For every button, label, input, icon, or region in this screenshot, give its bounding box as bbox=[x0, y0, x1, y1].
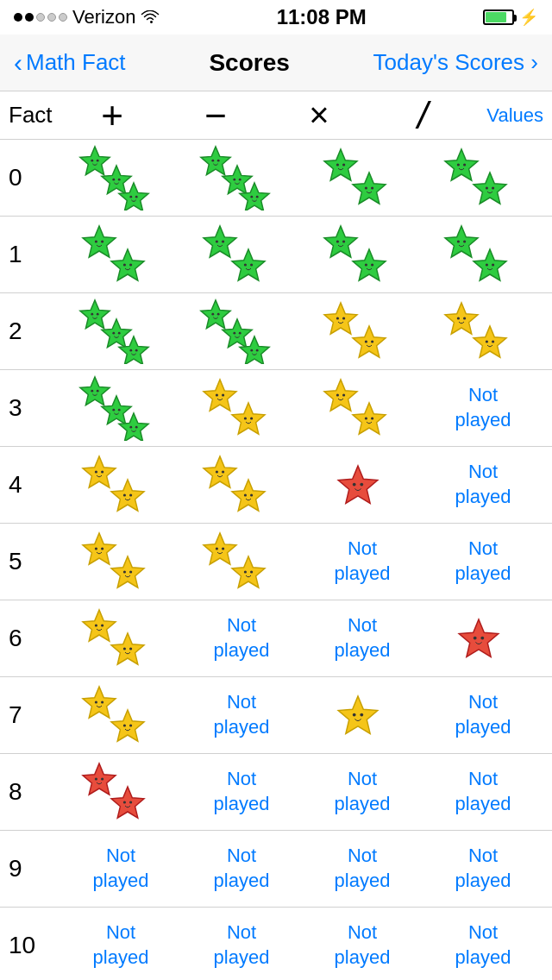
svg-point-38 bbox=[222, 240, 224, 242]
cell-divide[interactable] bbox=[423, 145, 543, 210]
svg-marker-132 bbox=[83, 610, 116, 641]
cell-divide[interactable]: Not played bbox=[423, 452, 543, 518]
cell-minus[interactable] bbox=[181, 298, 302, 364]
cell-divide[interactable] bbox=[423, 298, 543, 364]
svg-marker-51 bbox=[474, 249, 506, 280]
svg-point-68 bbox=[239, 332, 242, 335]
table-row[interactable]: 1 bbox=[0, 217, 552, 293]
table-row[interactable]: 10Not playedNot playedNot playedNot play… bbox=[0, 908, 552, 980]
cell-plus[interactable] bbox=[60, 222, 181, 287]
svg-point-139 bbox=[474, 637, 477, 640]
cell-plus[interactable] bbox=[60, 452, 181, 518]
svg-point-122 bbox=[101, 547, 104, 550]
svg-point-67 bbox=[233, 332, 235, 335]
svg-point-127 bbox=[216, 547, 218, 550]
svg-point-124 bbox=[123, 570, 126, 573]
carrier-label: Verizon bbox=[72, 6, 135, 28]
not-played-label: Not played bbox=[214, 613, 270, 663]
cell-plus[interactable]: Not played bbox=[60, 913, 181, 978]
table-row[interactable]: 4Not played bbox=[0, 447, 552, 524]
cell-minus[interactable]: Not played bbox=[181, 759, 302, 825]
svg-marker-45 bbox=[353, 249, 386, 280]
svg-point-91 bbox=[129, 426, 132, 429]
svg-marker-99 bbox=[324, 380, 357, 411]
cell-times[interactable] bbox=[302, 145, 423, 210]
cell-plus[interactable]: Not played bbox=[60, 836, 181, 901]
table-row[interactable]: 9Not playedNot playedNot playedNot playe… bbox=[0, 831, 552, 908]
table-row[interactable]: 3Not played bbox=[0, 370, 552, 447]
svg-point-70 bbox=[250, 349, 253, 352]
svg-point-109 bbox=[123, 493, 126, 496]
svg-marker-135 bbox=[111, 633, 144, 664]
svg-point-113 bbox=[222, 470, 224, 473]
cell-times[interactable] bbox=[302, 375, 423, 441]
cell-times[interactable]: Not played bbox=[302, 913, 423, 978]
column-headers: Fact + − × / Values bbox=[0, 91, 552, 140]
cell-divide[interactable]: Not played bbox=[423, 529, 543, 594]
table-row[interactable]: 7Not playedNot played bbox=[0, 677, 552, 754]
table-row[interactable]: 2 bbox=[0, 293, 552, 370]
table-row[interactable]: 0 bbox=[0, 140, 552, 217]
cell-minus[interactable]: Not played bbox=[181, 606, 302, 671]
nav-forward-button[interactable]: Today's Scores › bbox=[373, 49, 538, 76]
wifi-icon bbox=[141, 10, 160, 24]
cell-minus[interactable] bbox=[181, 375, 302, 441]
svg-point-23 bbox=[371, 186, 373, 189]
svg-marker-126 bbox=[204, 533, 236, 564]
cell-minus[interactable] bbox=[181, 145, 302, 210]
svg-point-95 bbox=[222, 393, 224, 396]
cell-times[interactable] bbox=[302, 222, 423, 287]
col-header-minus: − bbox=[164, 94, 267, 137]
cell-divide[interactable]: Not played bbox=[423, 836, 543, 901]
svg-marker-81 bbox=[474, 326, 506, 357]
cell-plus[interactable] bbox=[60, 682, 181, 748]
cell-times[interactable] bbox=[302, 452, 423, 518]
cell-minus[interactable]: Not played bbox=[181, 682, 302, 748]
svg-point-46 bbox=[365, 263, 367, 266]
cell-divide[interactable] bbox=[423, 606, 543, 671]
svg-point-118 bbox=[353, 483, 356, 487]
cell-plus[interactable] bbox=[60, 759, 181, 825]
nav-back-button[interactable]: ‹ Math Fact bbox=[14, 48, 126, 78]
cell-divide[interactable]: Not played bbox=[423, 375, 543, 441]
cell-minus[interactable]: Not played bbox=[181, 836, 302, 901]
table-row[interactable]: 5Not playedNot played bbox=[0, 524, 552, 600]
svg-marker-42 bbox=[324, 226, 357, 257]
svg-point-40 bbox=[244, 263, 247, 266]
cell-times[interactable]: Not played bbox=[302, 759, 423, 825]
cell-plus[interactable] bbox=[60, 375, 181, 441]
col-header-values[interactable]: Values bbox=[474, 104, 543, 127]
table-row[interactable]: 8Not playedNot playedNot played bbox=[0, 754, 552, 831]
svg-marker-129 bbox=[232, 556, 265, 587]
cell-divide[interactable] bbox=[423, 222, 543, 287]
cell-plus[interactable] bbox=[60, 529, 181, 594]
cell-times[interactable]: Not played bbox=[302, 529, 423, 594]
svg-point-154 bbox=[123, 801, 126, 803]
charging-icon: ⚡ bbox=[519, 8, 538, 27]
cell-times[interactable]: Not played bbox=[302, 606, 423, 671]
cell-divide[interactable]: Not played bbox=[423, 682, 543, 748]
cell-plus[interactable] bbox=[60, 145, 181, 210]
svg-point-80 bbox=[463, 317, 466, 319]
cell-divide[interactable]: Not played bbox=[423, 913, 543, 978]
nav-back-label[interactable]: Math Fact bbox=[26, 49, 126, 76]
svg-point-140 bbox=[480, 637, 484, 640]
cell-divide[interactable]: Not played bbox=[423, 759, 543, 825]
cell-minus[interactable]: Not played bbox=[181, 913, 302, 978]
table-row[interactable]: 6Not playedNot played bbox=[0, 600, 552, 677]
cell-minus[interactable] bbox=[181, 529, 302, 594]
status-left: Verizon bbox=[14, 6, 160, 28]
cell-plus[interactable] bbox=[60, 606, 181, 671]
cell-minus[interactable] bbox=[181, 222, 302, 287]
cell-plus[interactable] bbox=[60, 298, 181, 364]
nav-forward-label[interactable]: Today's Scores bbox=[373, 49, 525, 75]
svg-marker-54 bbox=[80, 300, 110, 329]
svg-point-77 bbox=[371, 340, 373, 342]
svg-point-32 bbox=[101, 240, 104, 242]
svg-point-64 bbox=[211, 313, 214, 316]
svg-point-16 bbox=[250, 196, 253, 198]
cell-times[interactable] bbox=[302, 682, 423, 748]
cell-minus[interactable] bbox=[181, 452, 302, 518]
cell-times[interactable] bbox=[302, 298, 423, 364]
cell-times[interactable]: Not played bbox=[302, 836, 423, 901]
